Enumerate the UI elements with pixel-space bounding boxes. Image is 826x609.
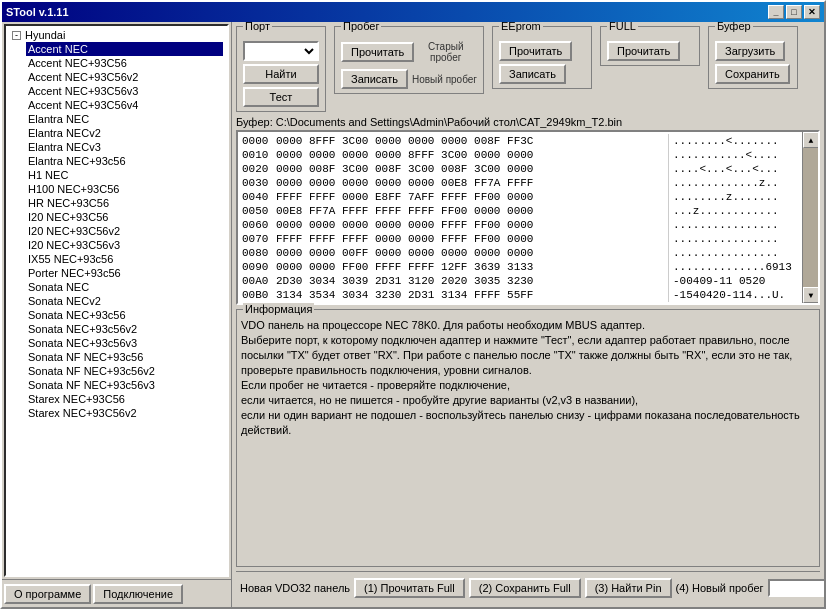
window-title: STool v.1.11 — [6, 6, 69, 18]
tree-item[interactable]: Porter NEC+93c56 — [26, 266, 223, 280]
hex-ascii: ....<...<...<... — [668, 162, 798, 176]
find-pin-button[interactable]: (3) Найти Pin — [585, 578, 672, 598]
tree-item[interactable]: Elantra NECv2 — [26, 126, 223, 140]
hex-row: 005000E8 FF7A FFFF FFFF FFFF FF00 0000 0… — [242, 204, 798, 218]
title-bar: STool v.1.11 _ □ ✕ — [2, 2, 824, 22]
tree-item[interactable]: I20 NEC+93C56 — [26, 210, 223, 224]
hex-addr: 0040 — [242, 190, 272, 204]
hex-addr: 0070 — [242, 232, 272, 246]
hex-bytes: 0000 0000 0000 0000 0000 FFFF FF00 0000 — [276, 218, 664, 232]
tree-item[interactable]: Sonata NEC — [26, 280, 223, 294]
info-group: Информация VDO панель на процессоре NEC … — [236, 309, 820, 567]
tree-item[interactable]: Accent NEC+93C56v4 — [26, 98, 223, 112]
hex-bytes: 0000 0000 0000 0000 0000 00E8 FF7A FFFF — [276, 176, 664, 190]
tree-item[interactable]: Sonata NECv2 — [26, 294, 223, 308]
hex-addr: 00A0 — [242, 274, 272, 288]
tree-item[interactable]: H1 NEC — [26, 168, 223, 182]
main-window: STool v.1.11 _ □ ✕ - Hyundai Accent NECA… — [0, 0, 826, 609]
hex-row: 00B03134 3534 3034 3230 2D31 3134 FFFF 5… — [242, 288, 798, 302]
expand-icon: - — [12, 31, 21, 40]
close-button[interactable]: ✕ — [804, 5, 820, 19]
hex-row: 00A02D30 3034 3039 2D31 3120 2020 3035 3… — [242, 274, 798, 288]
hex-bytes: FFFF FFFF FFFF 0000 0000 FFFF FF00 0000 — [276, 232, 664, 246]
port-group: Порт Найти Тест — [236, 26, 326, 112]
tree-item[interactable]: I20 NEC+93C56v3 — [26, 238, 223, 252]
tree-item[interactable]: I20 NEC+93C56v2 — [26, 224, 223, 238]
find-port-button[interactable]: Найти — [243, 64, 319, 84]
tree-item[interactable]: HR NEC+93C56 — [26, 196, 223, 210]
tree-root-label: Hyundai — [25, 29, 65, 41]
hex-row: 00200000 008F 3C00 008F 3C00 008F 3C00 0… — [242, 162, 798, 176]
tree-item[interactable]: Accent NEC+93C56 — [26, 56, 223, 70]
tree-item[interactable]: Sonata NF NEC+93c56v2 — [26, 364, 223, 378]
buffer-load-button[interactable]: Загрузить — [715, 41, 785, 61]
new-probe-input-label: (4) Новый пробег — [676, 582, 764, 594]
scroll-up-button[interactable]: ▲ — [803, 132, 819, 148]
buffer-save-button[interactable]: Сохранить — [715, 64, 790, 84]
minimize-button[interactable]: _ — [768, 5, 784, 19]
new-probe-input[interactable] — [768, 579, 824, 597]
hex-ascii: ................ — [668, 232, 798, 246]
test-button[interactable]: Тест — [243, 87, 319, 107]
info-text[interactable]: VDO панель на процессоре NEC 78K0. Для р… — [237, 310, 819, 566]
full-read-button[interactable]: Прочитать — [607, 41, 680, 61]
hex-addr: 00B0 — [242, 288, 272, 302]
tree-root-item[interactable]: - Hyundai — [10, 28, 223, 42]
info-section: Информация VDO панель на процессоре NEC … — [236, 309, 820, 567]
probe-read-button[interactable]: Прочитать — [341, 42, 414, 62]
hex-bytes: 0000 8FFF 3C00 0000 0000 0000 008F FF3C — [276, 134, 664, 148]
tree-item[interactable]: Elantra NECv3 — [26, 140, 223, 154]
tree-item[interactable]: Accent NEC+93C56v3 — [26, 84, 223, 98]
tree-container[interactable]: - Hyundai Accent NECAccent NEC+93C56Acce… — [4, 24, 229, 577]
right-panel: Порт Найти Тест Пробег Прочитать — [232, 22, 824, 607]
hex-row: 00100000 0000 0000 0000 8FFF 3C00 0000 0… — [242, 148, 798, 162]
eeprom-write-button[interactable]: Записать — [499, 64, 566, 84]
maximize-button[interactable]: □ — [786, 5, 802, 19]
save-full-button[interactable]: (2) Сохранить Full — [469, 578, 581, 598]
tree-children: Accent NECAccent NEC+93C56Accent NEC+93C… — [10, 42, 223, 420]
hex-scrollbar[interactable]: ▲ ▼ — [802, 132, 818, 303]
help-section: О программе Подключение — [2, 579, 231, 607]
port-select[interactable] — [243, 41, 319, 61]
eeprom-group: EEprom Прочитать Записать — [492, 26, 592, 89]
tree-item[interactable]: Sonata NEC+93c56v3 — [26, 336, 223, 350]
probe-write-button[interactable]: Записать — [341, 69, 408, 89]
tree-item[interactable]: Elantra NEC — [26, 112, 223, 126]
tree-item[interactable]: Sonata NEC+93c56 — [26, 308, 223, 322]
connect-button[interactable]: Подключение — [93, 584, 183, 604]
hex-container[interactable]: 00000000 8FFF 3C00 0000 0000 0000 008F F… — [236, 130, 820, 305]
tree-item[interactable]: IX55 NEC+93c56 — [26, 252, 223, 266]
full-group-title: FULL — [607, 22, 638, 32]
tree-item[interactable]: H100 NEC+93C56 — [26, 182, 223, 196]
hex-ascii: ........z....... — [668, 190, 798, 204]
hex-row: 0040FFFF FFFF 0000 E8FF 7AFF FFFF FF00 0… — [242, 190, 798, 204]
bottom-panel-label: Новая VDO32 панель — [240, 582, 350, 594]
hex-content[interactable]: 00000000 8FFF 3C00 0000 0000 0000 008F F… — [238, 132, 802, 303]
about-button[interactable]: О программе — [4, 584, 91, 604]
hex-bytes: FFFF FFFF 0000 E8FF 7AFF FFFF FF00 0000 — [276, 190, 664, 204]
hex-bytes: 3134 3534 3034 3230 2D31 3134 FFFF 55FF — [276, 288, 664, 302]
hex-bytes: 0000 008F 3C00 008F 3C00 008F 3C00 0000 — [276, 162, 664, 176]
tree-item[interactable]: Accent NEC — [26, 42, 223, 56]
hex-ascii: .............z.. — [668, 176, 798, 190]
main-content: - Hyundai Accent NECAccent NEC+93C56Acce… — [2, 22, 824, 607]
hex-path: Буфер: C:\Documents and Settings\Admin\Р… — [236, 116, 820, 128]
tree-item[interactable]: Starex NEC+93C56v2 — [26, 406, 223, 420]
read-full-button[interactable]: (1) Прочитать Full — [354, 578, 465, 598]
tree-item[interactable]: Elantra NEC+93c56 — [26, 154, 223, 168]
hex-bytes: 0000 0000 FF00 FFFF FFFF 12FF 3639 3133 — [276, 260, 664, 274]
hex-row: 00900000 0000 FF00 FFFF FFFF 12FF 3639 3… — [242, 260, 798, 274]
tree-item[interactable]: Sonata NF NEC+93c56 — [26, 350, 223, 364]
hex-row: 00300000 0000 0000 0000 0000 00E8 FF7A F… — [242, 176, 798, 190]
tree-item[interactable]: Accent NEC+93C56v2 — [26, 70, 223, 84]
full-group: FULL Прочитать — [600, 26, 700, 66]
tree-item[interactable]: Sonata NF NEC+93c56v3 — [26, 378, 223, 392]
eeprom-read-button[interactable]: Прочитать — [499, 41, 572, 61]
title-bar-buttons: _ □ ✕ — [768, 5, 820, 19]
scroll-down-button[interactable]: ▼ — [803, 287, 819, 303]
new-probe-label: Новый пробег — [412, 74, 477, 85]
tree-item[interactable]: Starex NEC+93C56 — [26, 392, 223, 406]
scroll-track[interactable] — [803, 148, 818, 287]
hex-addr: 0060 — [242, 218, 272, 232]
tree-item[interactable]: Sonata NEC+93c56v2 — [26, 322, 223, 336]
